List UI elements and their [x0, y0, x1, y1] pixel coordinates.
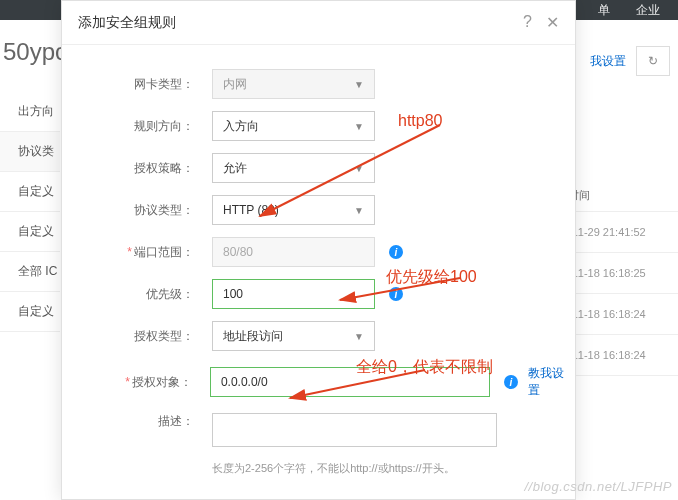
- chevron-down-icon: ▼: [354, 331, 364, 342]
- sidebar-item[interactable]: 自定义: [0, 212, 60, 252]
- table-time: -11-18 16:18:24: [568, 335, 678, 376]
- bg-table-times: 时间 -11-29 21:41:52 -11-18 16:18:25 -11-1…: [568, 180, 678, 376]
- direction-label: 规则方向：: [62, 118, 212, 135]
- info-icon[interactable]: i: [504, 375, 518, 389]
- authobj-label: *授权对象：: [62, 374, 210, 391]
- watermark: //blog.csdn.net/LJFPHP: [524, 479, 672, 494]
- priority-input[interactable]: [212, 279, 375, 309]
- desc-label: 描述：: [62, 413, 212, 430]
- nic-value: 内网: [223, 76, 247, 93]
- chevron-down-icon: ▼: [354, 121, 364, 132]
- port-label: *端口范围：: [62, 244, 212, 261]
- help-icon[interactable]: ?: [523, 13, 532, 32]
- protocol-label: 协议类型：: [62, 202, 212, 219]
- settings-link[interactable]: 我设置: [590, 53, 626, 70]
- page-title: 50ypc: [3, 38, 67, 66]
- info-icon[interactable]: i: [389, 287, 403, 301]
- modal-form: 网卡类型： 内网 ▼ 规则方向： 入方向 ▼ 授权策略： 允许: [62, 45, 575, 476]
- header-enterprise[interactable]: 企业: [636, 2, 660, 19]
- chevron-down-icon: ▼: [354, 205, 364, 216]
- policy-label: 授权策略：: [62, 160, 212, 177]
- refresh-icon: ↻: [648, 54, 658, 68]
- sidebar-item[interactable]: 协议类: [0, 132, 60, 172]
- header-order[interactable]: 单: [598, 2, 610, 19]
- direction-select[interactable]: 入方向 ▼: [212, 111, 375, 141]
- authtype-label: 授权类型：: [62, 328, 212, 345]
- sidebar-item[interactable]: 自定义: [0, 292, 60, 332]
- table-time: -11-18 16:18:24: [568, 294, 678, 335]
- chevron-down-icon: ▼: [354, 163, 364, 174]
- nic-select[interactable]: 内网 ▼: [212, 69, 375, 99]
- desc-textarea[interactable]: [212, 413, 497, 447]
- authtype-value: 地址段访问: [223, 328, 283, 345]
- table-time: -11-29 21:41:52: [568, 212, 678, 253]
- authtype-select[interactable]: 地址段访问 ▼: [212, 321, 375, 351]
- bg-sidebar: 出方向 协议类 自定义 自定义 全部 IC 自定义: [0, 92, 60, 332]
- desc-hint: 长度为2-256个字符，不能以http://或https://开头。: [212, 457, 575, 476]
- protocol-value: HTTP (80): [223, 203, 279, 217]
- teach-me-link[interactable]: 教我设置: [528, 365, 575, 399]
- add-rule-modal: 添加安全组规则 ? ✕ 网卡类型： 内网 ▼ 规则方向： 入方向 ▼: [61, 0, 576, 500]
- priority-label: 优先级：: [62, 286, 212, 303]
- chevron-down-icon: ▼: [354, 79, 364, 90]
- authobj-input[interactable]: [210, 367, 490, 397]
- modal-title: 添加安全组规则: [78, 14, 176, 32]
- modal-header: 添加安全组规则 ? ✕: [62, 1, 575, 45]
- table-header-time: 时间: [568, 180, 678, 212]
- sidebar-item[interactable]: 自定义: [0, 172, 60, 212]
- sidebar-item[interactable]: 全部 IC: [0, 252, 60, 292]
- top-right-actions: 我设置 ↻: [590, 46, 670, 76]
- port-input[interactable]: [212, 237, 375, 267]
- protocol-select[interactable]: HTTP (80) ▼: [212, 195, 375, 225]
- direction-value: 入方向: [223, 118, 259, 135]
- policy-value: 允许: [223, 160, 247, 177]
- nic-label: 网卡类型：: [62, 76, 212, 93]
- close-icon[interactable]: ✕: [546, 13, 559, 32]
- sidebar-item[interactable]: 出方向: [0, 92, 60, 132]
- policy-select[interactable]: 允许 ▼: [212, 153, 375, 183]
- table-time: -11-18 16:18:25: [568, 253, 678, 294]
- info-icon[interactable]: i: [389, 245, 403, 259]
- refresh-button[interactable]: ↻: [636, 46, 670, 76]
